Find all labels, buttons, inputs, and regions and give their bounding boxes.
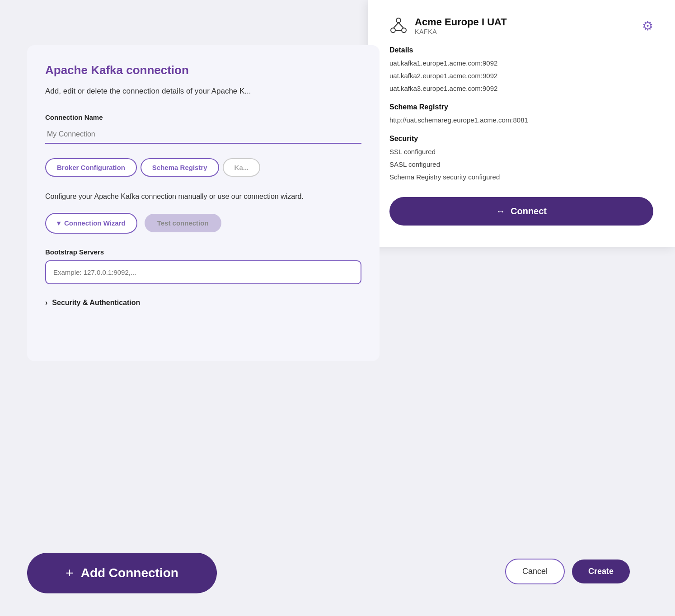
tab-schema-registry[interactable]: Schema Registry <box>141 158 219 177</box>
plus-icon: + <box>66 565 74 581</box>
add-connection-label: Add Connection <box>81 566 178 580</box>
security-ssl: SSL configured <box>389 146 653 157</box>
bootstrap-servers-label: Bootstrap Servers <box>45 248 361 256</box>
security-label: Security & Authentication <box>52 299 140 307</box>
security-schema-reg: Schema Registry security configured <box>389 172 653 183</box>
details-header: Acme Europe I UAT KAFKA ⚙ <box>389 16 653 35</box>
panel-description: Add, edit or delete the connection detai… <box>45 85 361 97</box>
configure-text: Configure your Apache Kafka connection m… <box>45 191 361 202</box>
svg-point-0 <box>396 18 401 23</box>
chevron-right-icon: › <box>45 299 47 307</box>
bootstrap-servers-input[interactable] <box>45 260 361 284</box>
broker-2: uat.kafka2.europe1.acme.com:9092 <box>389 71 653 81</box>
gear-icon[interactable]: ⚙ <box>642 19 653 33</box>
security-authentication-section[interactable]: › Security & Authentication <box>45 299 361 307</box>
tabs-row: Broker Configuration Schema Registry Ka.… <box>45 158 361 177</box>
details-section-header: Details <box>389 46 653 54</box>
main-panel: Apache Kafka connection Add, edit or del… <box>27 45 380 361</box>
schema-registry-url: http://uat.schemareg.europe1.acme.com:80… <box>389 115 653 126</box>
chevron-down-icon: ▾ <box>57 219 61 227</box>
connection-name-input[interactable] <box>45 126 361 144</box>
wizard-label: Connection Wizard <box>64 219 126 227</box>
connection-wizard-button[interactable]: ▾ Connection Wizard <box>45 213 137 234</box>
security-header: Security <box>389 135 653 143</box>
kafka-title-row: Acme Europe I UAT KAFKA <box>389 16 507 35</box>
broker-3: uat.kafka3.europe1.acme.com:9092 <box>389 83 653 94</box>
svg-line-4 <box>398 23 403 28</box>
kafka-title-text: Acme Europe I UAT KAFKA <box>415 16 507 35</box>
svg-line-3 <box>394 23 398 28</box>
panel-title: Apache Kafka connection <box>45 63 361 77</box>
kafka-type: KAFKA <box>415 28 507 35</box>
connect-label: Connect <box>511 206 547 216</box>
test-label: Test connection <box>157 219 209 227</box>
test-connection-button[interactable]: Test connection <box>145 214 221 232</box>
action-row: ▾ Connection Wizard Test connection <box>45 213 361 234</box>
connect-button[interactable]: ↔ Connect <box>389 197 653 226</box>
kafka-name: Acme Europe I UAT <box>415 16 507 28</box>
create-button[interactable]: Create <box>572 560 630 583</box>
tab-broker-configuration[interactable]: Broker Configuration <box>45 158 137 177</box>
bottom-actions: Cancel Create <box>505 559 630 584</box>
cancel-button[interactable]: Cancel <box>505 559 565 584</box>
tab-ka[interactable]: Ka... <box>223 158 261 177</box>
svg-point-2 <box>402 28 406 33</box>
svg-point-1 <box>391 28 395 33</box>
security-sasl: SASL configured <box>389 159 653 170</box>
kafka-icon <box>389 17 408 35</box>
broker-1: uat.kafka1.europe1.acme.com:9092 <box>389 58 653 69</box>
schema-registry-header: Schema Registry <box>389 103 653 111</box>
details-panel: Acme Europe I UAT KAFKA ⚙ Details uat.ka… <box>368 0 675 247</box>
add-connection-button[interactable]: + Add Connection <box>27 553 217 593</box>
connect-icon: ↔ <box>496 206 505 216</box>
connection-name-label: Connection Name <box>45 113 361 121</box>
